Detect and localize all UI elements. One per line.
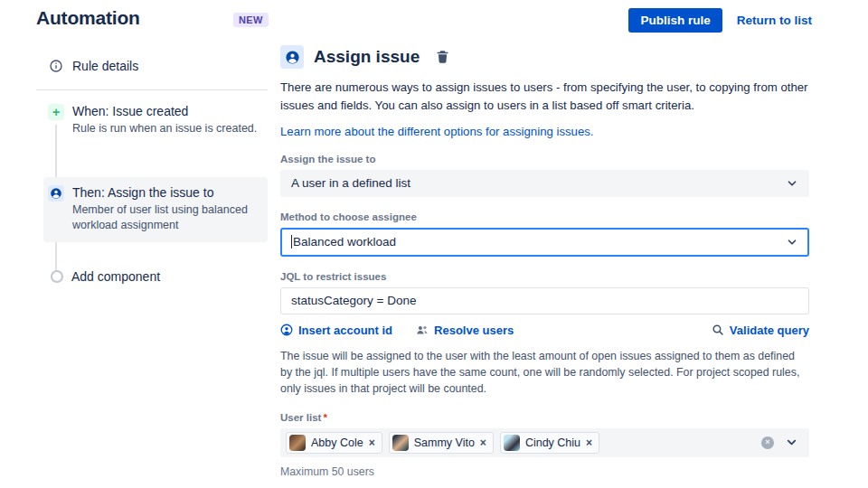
action-header: Assign issue xyxy=(280,45,809,69)
assign-issue-avatar-icon xyxy=(280,45,304,69)
method-label: Method to choose assignee xyxy=(280,211,809,222)
jql-input[interactable] xyxy=(280,287,809,314)
user-chip: Sammy Vito × xyxy=(389,432,494,454)
plus-icon: + xyxy=(48,104,64,120)
sidebar-item-rule-details[interactable]: Rule details xyxy=(48,58,138,74)
jql-actions-row: Insert account id Resolve users Validate… xyxy=(280,324,809,337)
clear-all-icon[interactable]: × xyxy=(761,436,774,449)
required-asterisk: * xyxy=(323,412,326,423)
rule-steps-sidebar: Rule details + When: Issue created Rule … xyxy=(36,54,268,316)
assignee-avatar-icon xyxy=(48,185,64,202)
resolve-users-link[interactable]: Resolve users xyxy=(416,324,514,337)
person-circle-icon xyxy=(280,324,293,336)
step-title: Add component xyxy=(71,269,160,284)
new-badge: NEW xyxy=(233,13,269,27)
jql-label: JQL to restrict issues xyxy=(280,271,809,282)
chip-name: Abby Cole xyxy=(311,436,363,449)
chip-name: Cindy Chiu xyxy=(525,436,580,449)
validate-query-link[interactable]: Validate query xyxy=(712,324,809,337)
user-chip: Cindy Chiu × xyxy=(500,432,599,454)
user-chip: Abby Cole × xyxy=(286,432,382,454)
assign-to-label: Assign the issue to xyxy=(280,154,809,164)
step-subtitle: Member of user list using balanced workl… xyxy=(72,202,250,233)
sidebar-item-label: Rule details xyxy=(72,59,138,73)
user-list-label: User list* xyxy=(280,412,809,423)
publish-rule-button[interactable]: Publish rule xyxy=(628,8,722,33)
action-config-panel: Assign issue There are numerous ways to … xyxy=(280,45,809,488)
link-label: Resolve users xyxy=(434,324,514,337)
chip-name: Sammy Vito xyxy=(414,436,475,449)
method-value: Balanced workload xyxy=(293,235,396,249)
remove-chip-icon[interactable]: × xyxy=(480,437,486,448)
page-title: Automation xyxy=(36,7,140,29)
field-end-controls: × xyxy=(761,436,798,449)
action-title: Assign issue xyxy=(314,47,420,67)
step-title: Then: Assign the issue to xyxy=(72,185,250,200)
avatar xyxy=(504,435,520,451)
trash-icon xyxy=(436,50,449,64)
user-list-multiselect[interactable]: Abby Cole × Sammy Vito × Cindy Chiu × × xyxy=(280,428,809,457)
method-select-focused[interactable]: Balanced workload xyxy=(280,228,809,257)
chevron-down-icon xyxy=(786,177,798,190)
return-to-list-link[interactable]: Return to list xyxy=(737,14,812,27)
avatar xyxy=(289,435,306,451)
max-users-note: Maximum 50 users xyxy=(280,465,809,478)
remove-chip-icon[interactable]: × xyxy=(369,437,375,448)
search-icon xyxy=(712,324,724,336)
link-label: Insert account id xyxy=(298,324,392,337)
sidebar-item-then-action-selected[interactable]: Then: Assign the issue to Member of user… xyxy=(43,177,268,242)
label-text: User list xyxy=(280,412,321,423)
sidebar-divider xyxy=(36,89,268,90)
empty-step-circle-icon xyxy=(51,270,63,283)
sidebar-item-add-component[interactable]: Add component xyxy=(49,269,160,284)
chevron-down-icon[interactable] xyxy=(785,436,798,449)
text-caret xyxy=(291,235,292,249)
avatar xyxy=(392,435,409,451)
jql-help-text: The issue will be assigned to the user w… xyxy=(280,349,809,398)
delete-action-button[interactable] xyxy=(434,48,451,66)
chevron-down-icon xyxy=(786,236,798,249)
remove-chip-icon[interactable]: × xyxy=(586,437,592,448)
people-icon xyxy=(416,324,429,336)
assign-to-value: A user in a defined list xyxy=(291,176,410,190)
step-subtitle: Rule is run when an issue is created. xyxy=(72,121,257,136)
link-label: Validate query xyxy=(730,324,809,337)
info-icon xyxy=(48,58,64,74)
action-description: There are numerous ways to assign issues… xyxy=(280,79,809,116)
assign-to-select[interactable]: A user in a defined list xyxy=(280,170,809,197)
insert-account-id-link[interactable]: Insert account id xyxy=(280,324,392,337)
step-title: When: Issue created xyxy=(72,104,257,118)
top-actions: Publish rule Return to list xyxy=(628,8,812,33)
sidebar-item-when-trigger[interactable]: + When: Issue created Rule is run when a… xyxy=(48,104,265,136)
learn-more-link[interactable]: Learn more about the different options f… xyxy=(280,125,594,138)
